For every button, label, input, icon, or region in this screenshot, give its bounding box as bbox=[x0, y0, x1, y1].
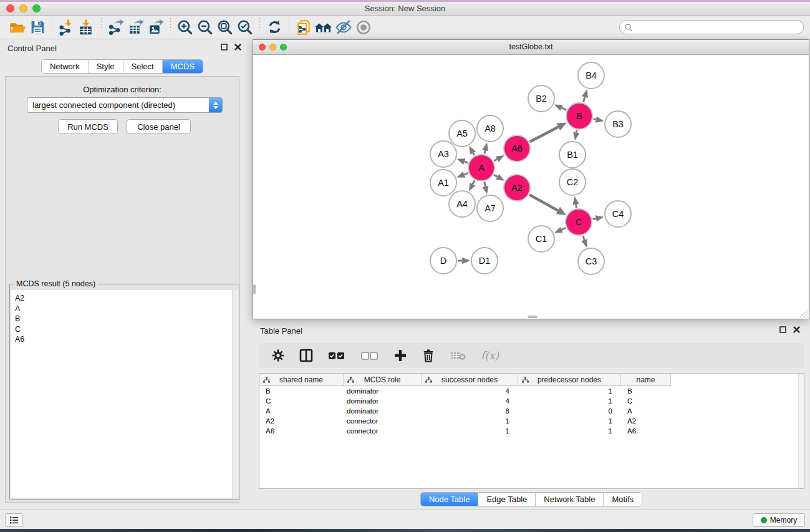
clone-network-button[interactable] bbox=[294, 17, 314, 37]
graph-edge-B-B1[interactable] bbox=[576, 130, 577, 133]
graph-node-label: A bbox=[478, 163, 485, 173]
graph-edge-A-A4[interactable] bbox=[473, 180, 475, 184]
mcds-result-item[interactable]: B bbox=[11, 314, 238, 324]
table-cell: B bbox=[621, 387, 671, 395]
tab-motifs[interactable]: Motifs bbox=[603, 493, 642, 506]
mcds-result-item[interactable]: A6 bbox=[11, 334, 238, 345]
canvas-horizontal-scroll-thumb[interactable] bbox=[528, 316, 538, 318]
select-all-columns-button[interactable] bbox=[327, 348, 347, 363]
table-cell: A2 bbox=[621, 417, 671, 425]
network-graph-svg[interactable]: B4B2BB3A8A5A6A3B1AC2A1A2A4A7C4CC1C3DD1 bbox=[253, 55, 809, 319]
graph-node-label: C3 bbox=[586, 256, 597, 266]
table-cell: A6 bbox=[259, 427, 344, 435]
run-mcds-button[interactable]: Run MCDS bbox=[58, 119, 118, 134]
table-settings-button[interactable] bbox=[271, 348, 286, 363]
graph-edge-A-A2[interactable] bbox=[494, 175, 498, 177]
table-cell: C bbox=[259, 397, 344, 405]
table-row[interactable]: Adominator80A bbox=[259, 406, 804, 416]
close-panel-icon[interactable] bbox=[234, 44, 241, 51]
graph-edge-C-C2[interactable] bbox=[576, 204, 577, 208]
graph-edge-C-C3[interactable] bbox=[583, 236, 584, 240]
table-row[interactable]: A2connector11A2 bbox=[259, 416, 804, 426]
optimization-criterion-dropdown[interactable]: largest connected component (directed) bbox=[27, 97, 223, 113]
column-type-icon bbox=[263, 377, 270, 383]
search-input[interactable] bbox=[633, 22, 803, 33]
export-image-button[interactable] bbox=[146, 17, 166, 37]
graph-edge-A6-B[interactable] bbox=[529, 127, 558, 142]
graph-edge-A-A6[interactable] bbox=[494, 159, 497, 161]
window-resize-grip[interactable] bbox=[800, 310, 808, 318]
tab-style[interactable]: Style bbox=[88, 60, 123, 73]
import-table-button[interactable] bbox=[77, 17, 97, 37]
table-scrollbar[interactable] bbox=[798, 374, 804, 488]
mcds-list-scrollbar[interactable] bbox=[232, 290, 238, 498]
graph-edge-C-C1[interactable] bbox=[562, 228, 566, 230]
delete-column-button[interactable] bbox=[421, 348, 436, 363]
table-panel-title: Table Panel bbox=[260, 326, 302, 336]
open-session-button[interactable] bbox=[7, 17, 27, 37]
graph-edge-A-A3[interactable] bbox=[465, 162, 468, 163]
column-header-label: successor nodes bbox=[441, 375, 498, 384]
graph-edge-arrowhead bbox=[581, 239, 587, 248]
graph-edge-A-A8[interactable] bbox=[485, 150, 485, 154]
zoom-out-button[interactable] bbox=[195, 17, 215, 37]
close-panel-button[interactable]: Close panel bbox=[127, 119, 191, 134]
delete-table-button[interactable] bbox=[449, 348, 468, 363]
export-network-icon bbox=[108, 19, 125, 36]
table-row[interactable]: Bdominator41B bbox=[259, 386, 804, 396]
export-table-button[interactable] bbox=[126, 17, 146, 37]
graph-edge-B-B3[interactable] bbox=[594, 119, 596, 120]
column-header-predecessor-nodes[interactable]: predecessor nodes bbox=[518, 374, 621, 386]
show-hidden-button[interactable] bbox=[354, 17, 374, 37]
graph-edge-A2-C[interactable] bbox=[529, 195, 558, 210]
tab-network-table[interactable]: Network Table bbox=[535, 493, 603, 506]
table-row[interactable]: A6connector11A6 bbox=[259, 426, 804, 436]
column-header-MCDS-role[interactable]: MCDS role bbox=[344, 374, 422, 386]
graph-edge-B-B4[interactable] bbox=[583, 97, 584, 102]
mcds-result-item[interactable]: A bbox=[11, 304, 238, 314]
add-column-button[interactable] bbox=[393, 348, 408, 363]
tab-node-table[interactable]: Node Table bbox=[421, 493, 478, 506]
deselect-all-columns-button[interactable] bbox=[360, 348, 380, 363]
zoom-fit-button[interactable] bbox=[215, 17, 235, 37]
optimization-criterion-label: Optimization criterion: bbox=[6, 85, 239, 94]
graph-edge-A-A1[interactable] bbox=[464, 173, 468, 174]
column-header-name[interactable]: name bbox=[621, 374, 671, 386]
function-builder-button[interactable]: f(x) bbox=[481, 349, 499, 362]
close-table-panel-icon[interactable] bbox=[793, 326, 800, 333]
mcds-result-item[interactable]: A2 bbox=[11, 290, 238, 304]
column-header-successor-nodes[interactable]: successor nodes bbox=[422, 374, 518, 386]
table-toolbar: f(x) bbox=[259, 343, 804, 368]
graph-edge-C-C4[interactable] bbox=[593, 218, 596, 219]
refresh-icon bbox=[266, 19, 283, 36]
column-header-shared-name[interactable]: shared name bbox=[259, 374, 344, 386]
network-window-titlebar[interactable]: testGlobe.txt bbox=[253, 40, 809, 55]
graph-edge-A-A5[interactable] bbox=[473, 153, 475, 155]
tab-network[interactable]: Network bbox=[42, 60, 88, 73]
import-network-button[interactable] bbox=[57, 17, 77, 37]
save-session-button[interactable] bbox=[27, 17, 47, 37]
show-all-nodes-button[interactable] bbox=[314, 17, 334, 37]
zoom-selected-button[interactable] bbox=[235, 17, 255, 37]
refresh-view-button[interactable] bbox=[264, 17, 284, 37]
network-canvas[interactable]: B4B2BB3A8A5A6A3B1AC2A1A2A4A7C4CC1C3DD1 bbox=[253, 55, 809, 319]
canvas-vertical-scroll-thumb[interactable] bbox=[253, 284, 256, 294]
memory-button[interactable]: Memory bbox=[753, 513, 805, 527]
export-network-button[interactable] bbox=[106, 17, 126, 37]
float-panel-icon[interactable] bbox=[221, 44, 228, 51]
float-table-panel-icon[interactable] bbox=[779, 326, 786, 333]
tab-mcds[interactable]: MCDS bbox=[162, 60, 203, 73]
graph-edge-B-B2[interactable] bbox=[562, 108, 566, 110]
zoom-in-button[interactable] bbox=[175, 17, 195, 37]
table-cell: B bbox=[259, 387, 344, 395]
column-chooser-button[interactable] bbox=[299, 348, 314, 363]
graph-node-label: A8 bbox=[485, 123, 496, 133]
hide-selected-button[interactable] bbox=[334, 17, 354, 37]
tab-edge-table[interactable]: Edge Table bbox=[478, 493, 535, 506]
mcds-result-item[interactable]: C bbox=[11, 324, 238, 335]
task-history-button[interactable] bbox=[5, 513, 23, 527]
graph-edge-A-A7[interactable] bbox=[485, 181, 486, 186]
tab-select[interactable]: Select bbox=[123, 60, 162, 73]
table-row[interactable]: Cdominator41C bbox=[259, 396, 804, 406]
column-header-label: predecessor nodes bbox=[538, 375, 601, 384]
